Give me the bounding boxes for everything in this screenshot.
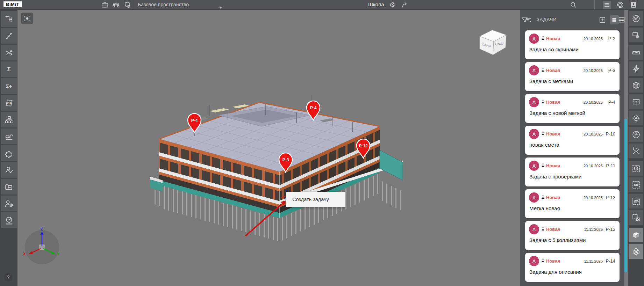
task-card[interactable]: A Новая 20.10.2025 P-2 Задача со скринам…	[525, 30, 620, 59]
status-badge: Новая	[546, 227, 560, 232]
sidebar-item-charts[interactable]	[1, 129, 17, 144]
toolbar-item-hide[interactable]	[629, 194, 643, 208]
avatar: A	[529, 161, 539, 171]
toolbar-item-project-tree[interactable]	[629, 11, 643, 26]
task-card[interactable]: A Новая 11.11.2025 P-13 Задача с 5 колли…	[525, 221, 620, 250]
add-task-icon[interactable]	[598, 15, 607, 24]
sidebar-item-graph-branch[interactable]	[1, 28, 17, 44]
task-id: P-2	[608, 36, 615, 41]
sidebar-item-sum[interactable]: Σ	[1, 61, 17, 77]
toolbar-item-locate[interactable]	[629, 111, 643, 125]
team-icon[interactable]	[112, 1, 120, 9]
toolbar-item-solid-view[interactable]	[629, 228, 643, 242]
toolbar-item-explode-view[interactable]	[629, 244, 643, 259]
toolbar-item-clash[interactable]	[629, 61, 643, 76]
toolbar-item-selection-set[interactable]	[629, 28, 643, 42]
sidebar-item-relations[interactable]	[1, 45, 17, 60]
account-icon[interactable]	[629, 1, 638, 9]
toolbar-item-floor-plan[interactable]	[629, 94, 643, 109]
2d-icon: 2D	[7, 101, 11, 105]
task-card[interactable]: A Новая 20.10.2025 P-3 Задача с метками	[525, 62, 620, 91]
toolbar-item-flag-point[interactable]	[629, 127, 643, 142]
avatar: A	[529, 34, 539, 44]
sidebar-item-folder-export[interactable]	[1, 179, 17, 195]
sidebar-item-plugins[interactable]	[1, 145, 17, 161]
toolbar-item-clear-selection[interactable]	[629, 210, 643, 225]
task-date: 20.10.2025	[584, 37, 603, 41]
task-id: P-11	[606, 163, 616, 168]
focus-model-button[interactable]	[21, 13, 33, 24]
chevron-down-icon[interactable]	[219, 4, 222, 10]
task-id: P-13	[606, 227, 615, 232]
axis-x-label: X	[23, 252, 26, 256]
task-pin[interactable]: P-3	[278, 153, 293, 174]
task-card[interactable]: A Новая 11.11.2025 P-14 Задача для описа…	[525, 253, 620, 282]
status-badge: Новая	[546, 258, 560, 264]
tasks-panel-title: ЗАДАЧИ	[537, 17, 557, 22]
sidebar-item-user-location[interactable]	[1, 196, 17, 211]
priority-icon	[542, 258, 544, 262]
status-badge: Новая	[546, 195, 560, 200]
task-title: Задача с новой меткой	[529, 110, 585, 116]
panel-scrollbar[interactable]	[624, 119, 627, 272]
shield-check-icon[interactable]	[123, 1, 131, 9]
task-pin[interactable]: P-12	[356, 139, 371, 160]
toolbar-item-section-cube[interactable]	[629, 78, 643, 93]
sigma-icon: Σ	[7, 66, 10, 72]
sync-status-icon[interactable]	[616, 1, 624, 9]
tasks-panel-header: ЗАДАЧИ	[520, 10, 624, 29]
sidebar-item-structure-tree[interactable]	[1, 11, 17, 27]
svg-text:P-3: P-3	[282, 157, 289, 162]
avatar: A	[529, 192, 539, 203]
filter-icon[interactable]	[520, 15, 529, 24]
help-button[interactable]: ?	[4, 273, 13, 281]
task-card-list: A Новая 20.10.2025 P-2 Задача со скринам…	[525, 30, 620, 285]
toolbar-item-axes[interactable]: 12	[629, 144, 643, 158]
priority-icon	[542, 99, 544, 103]
svg-text:P-4: P-4	[310, 105, 317, 110]
status-badge: Новая	[546, 100, 560, 105]
task-card[interactable]: A Новая 20.10.2025 P-4 Задача с новой ме…	[525, 94, 620, 123]
sidebar-item-org-chart[interactable]	[1, 112, 17, 127]
toolbar-separator	[629, 44, 643, 44]
share-icon[interactable]	[401, 1, 409, 9]
priority-icon	[542, 131, 544, 135]
axis-gizmo[interactable]: Z X Y	[23, 227, 60, 264]
task-card[interactable]: A Новая 20.10.2025 P-10 новая смета	[525, 126, 620, 155]
task-card[interactable]: A Новая 20.10.2025 P-11 Задача с проверк…	[525, 157, 620, 186]
avatar: A	[529, 256, 539, 266]
briefcase-icon[interactable]	[101, 1, 109, 9]
task-card[interactable]: A Новая 20.10.2025 P-12 Метка новая	[525, 189, 620, 218]
workspace-selector[interactable]: Базовое пространство	[138, 2, 189, 7]
task-pin[interactable]: P-4	[187, 113, 202, 135]
task-pin[interactable]: P-4	[306, 101, 321, 122]
avatar: A	[529, 129, 539, 139]
status-badge: Новая	[546, 163, 560, 168]
topbar: BiMiT Базовое пространство Школа ⚙	[0, 0, 644, 10]
table-view-icon[interactable]	[620, 15, 629, 24]
app-logo[interactable]: BiMiT	[3, 1, 22, 7]
task-list-icon[interactable]	[603, 1, 611, 9]
sidebar-item-sum-add[interactable]: Σ+	[1, 78, 17, 94]
context-menu-item-create-task[interactable]: Создать задачу	[286, 192, 345, 207]
toolbar-item-show[interactable]	[629, 177, 643, 192]
project-title: Школа	[368, 1, 384, 7]
search-icon[interactable]	[569, 1, 578, 9]
task-id: P-3	[608, 68, 615, 73]
task-title: Задача с 5 коллизиями	[529, 237, 586, 243]
priority-icon	[542, 195, 544, 199]
toolbar-item-measure[interactable]	[629, 45, 643, 60]
task-title: Задача с метками	[529, 78, 573, 84]
status-badge: Новая	[546, 131, 560, 137]
toolbar-item-isolate-box[interactable]	[629, 161, 643, 176]
sidebar-item-dashboard[interactable]	[1, 212, 17, 228]
task-id: P-10	[606, 131, 615, 137]
sidebar-item-user-approvals[interactable]	[1, 162, 17, 178]
priority-icon	[542, 36, 544, 40]
topbar-divider	[133, 0, 133, 9]
view-cube[interactable]: Слева Сзади	[480, 30, 506, 55]
app-window: Слева Сзади Z X Y P-4 P-4 P-12 P-3 Созда…	[0, 0, 644, 286]
priority-icon	[542, 67, 544, 72]
gear-icon[interactable]: ⚙	[388, 0, 396, 9]
sidebar-item-view-2d[interactable]: 2D	[1, 95, 17, 111]
